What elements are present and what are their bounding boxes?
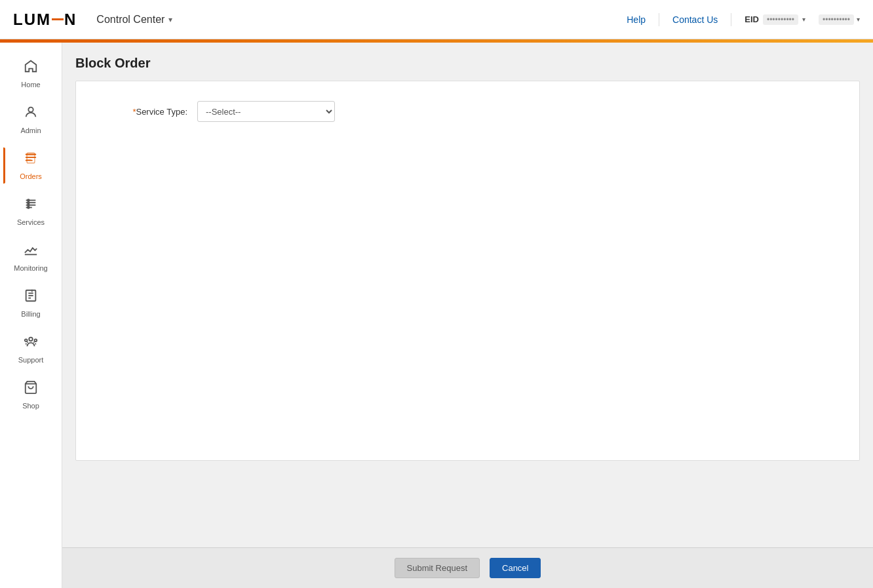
- user-chevron-icon: ▾: [857, 16, 860, 23]
- sidebar-item-billing[interactable]: Billing: [3, 282, 59, 324]
- sidebar-label-admin: Admin: [20, 127, 41, 134]
- service-type-label: *Service Type:: [89, 107, 187, 117]
- sidebar-label-services: Services: [17, 218, 45, 226]
- admin-icon: [24, 105, 38, 125]
- control-center-label: Control Center: [96, 14, 165, 26]
- sidebar-label-billing: Billing: [21, 310, 40, 318]
- svg-point-8: [28, 199, 29, 201]
- control-center-nav[interactable]: Control Center ▾: [96, 14, 172, 26]
- home-icon: [24, 59, 38, 79]
- services-icon: [24, 197, 38, 216]
- svg-point-11: [28, 206, 29, 208]
- sidebar-label-home: Home: [21, 81, 40, 88]
- billing-icon: [24, 288, 38, 308]
- monitoring-icon: [24, 243, 38, 262]
- svg-point-9: [28, 202, 29, 204]
- support-icon: [24, 334, 38, 354]
- logo-text: LUMN: [13, 10, 77, 29]
- sidebar-item-monitoring[interactable]: Monitoring: [3, 236, 59, 279]
- header-separator: [659, 13, 659, 26]
- eid-selector[interactable]: EID •••••••••• ▾: [745, 14, 805, 25]
- sidebar-item-shop[interactable]: Shop: [3, 374, 59, 416]
- eid-value: ••••••••••: [763, 14, 798, 25]
- sidebar: Home Admin Orders: [0, 43, 62, 588]
- svg-rect-3: [26, 160, 33, 161]
- form-card: *Service Type: --Select--: [75, 81, 860, 461]
- svg-point-19: [35, 339, 37, 342]
- user-selector[interactable]: •••••••••• ▾: [819, 14, 860, 25]
- cancel-button[interactable]: Cancel: [490, 558, 541, 578]
- sidebar-item-services[interactable]: Services: [3, 190, 59, 233]
- contact-us-link[interactable]: Contact Us: [672, 14, 718, 25]
- shop-icon: [24, 380, 38, 400]
- service-type-select[interactable]: --Select--: [197, 101, 335, 122]
- header: LUMN Control Center ▾ Help Contact Us EI…: [0, 0, 873, 39]
- user-value: ••••••••••: [819, 14, 854, 25]
- sidebar-label-shop: Shop: [22, 402, 39, 410]
- sidebar-item-orders[interactable]: Orders: [3, 144, 59, 187]
- sidebar-label-monitoring: Monitoring: [14, 264, 47, 272]
- header-separator-2: [731, 13, 731, 26]
- service-type-row: *Service Type: --Select--: [89, 101, 846, 122]
- orders-icon: [24, 151, 38, 170]
- main-content: Block Order *Service Type: --Select--: [62, 43, 873, 547]
- sidebar-item-support[interactable]: Support: [3, 328, 59, 370]
- footer-actions: Submit Request Cancel: [62, 547, 873, 588]
- layout: Home Admin Orders: [0, 43, 873, 588]
- sidebar-item-admin[interactable]: Admin: [3, 98, 59, 141]
- control-center-arrow-icon: ▾: [168, 15, 172, 24]
- svg-point-0: [28, 108, 33, 112]
- sidebar-label-orders: Orders: [20, 172, 42, 180]
- svg-point-10: [28, 204, 29, 206]
- eid-label: EID: [745, 14, 759, 24]
- eid-chevron-icon: ▾: [802, 16, 805, 23]
- help-link[interactable]: Help: [627, 14, 646, 25]
- svg-point-17: [29, 338, 33, 342]
- header-right: Help Contact Us EID •••••••••• ▾ •••••••…: [627, 13, 860, 26]
- page-title: Block Order: [75, 56, 860, 71]
- sidebar-label-support: Support: [18, 356, 44, 364]
- submit-request-button[interactable]: Submit Request: [395, 558, 480, 578]
- sidebar-item-home[interactable]: Home: [3, 52, 59, 95]
- logo: LUMN: [13, 10, 77, 29]
- svg-point-18: [25, 339, 28, 342]
